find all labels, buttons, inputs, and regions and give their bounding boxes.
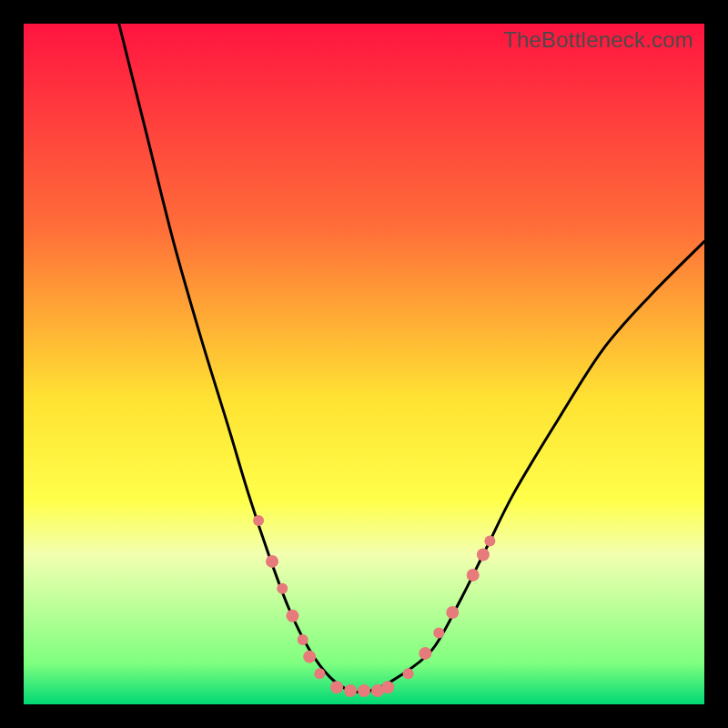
marker-dot — [286, 610, 298, 622]
marker-dot — [298, 634, 308, 645]
marker-dot — [381, 681, 394, 693]
marker-dot — [477, 548, 490, 561]
marker-dot — [277, 583, 288, 594]
marker-dot — [344, 684, 357, 697]
marker-dot — [484, 535, 495, 546]
marker-dot — [446, 606, 459, 619]
marker-dot — [253, 515, 264, 526]
chart-frame: TheBottleneck.com — [0, 0, 728, 728]
marker-dot — [330, 681, 343, 693]
watermark-text: TheBottleneck.com — [503, 27, 693, 53]
marker-dot — [433, 627, 444, 638]
marker-dot — [303, 651, 316, 663]
chart-svg — [24, 24, 704, 704]
marker-dot — [467, 569, 480, 581]
plot-area: TheBottleneck.com — [24, 24, 704, 704]
marker-dot — [403, 668, 414, 679]
gradient-background — [24, 24, 704, 704]
marker-dot — [266, 555, 278, 568]
marker-dot — [314, 668, 325, 679]
marker-dot — [358, 684, 370, 697]
marker-dot — [419, 647, 431, 660]
